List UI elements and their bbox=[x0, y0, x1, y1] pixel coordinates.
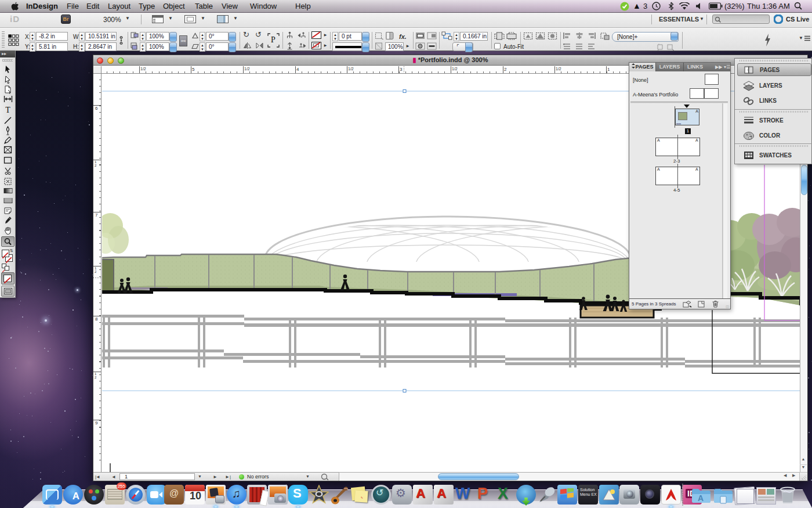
svg-text:A: A bbox=[698, 493, 704, 503]
